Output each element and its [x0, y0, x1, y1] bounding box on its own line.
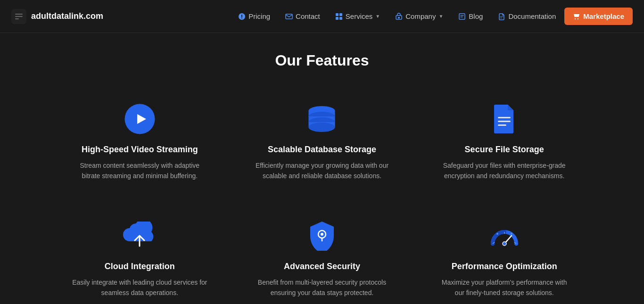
- feature-desc-file-storage: Safeguard your files with enterprise-gra…: [437, 160, 572, 181]
- features-grid: High-Speed Video Streaming Stream conten…: [63, 93, 581, 304]
- feature-card-file-storage: Secure File Storage Safeguard your files…: [427, 93, 581, 191]
- feature-card-database-storage: Scalable Database Storage Efficiently ma…: [245, 93, 399, 191]
- svg-point-35: [511, 233, 512, 235]
- site-name: adultdatalink.com: [31, 11, 103, 21]
- nav-item-services[interactable]: Services ▼: [329, 8, 387, 24]
- feature-desc-database-storage: Efficiently manage your growing data wit…: [255, 160, 390, 181]
- svg-rect-24: [498, 124, 506, 126]
- nav-links: Pricing Contact: [231, 8, 633, 25]
- performance-optimization-icon: [488, 219, 521, 252]
- svg-rect-5: [339, 13, 342, 16]
- documentation-label: Documentation: [508, 12, 556, 20]
- svg-point-34: [496, 233, 498, 235]
- video-streaming-icon: [123, 102, 156, 135]
- services-dropdown-arrow: ▼: [375, 14, 380, 19]
- marketplace-label: Marketplace: [583, 12, 624, 20]
- svg-point-27: [321, 233, 323, 236]
- svg-point-11: [575, 18, 576, 19]
- svg-rect-1: [15, 16, 23, 17]
- nav-link-blog[interactable]: Blog: [452, 8, 489, 24]
- svg-rect-10: [459, 14, 465, 19]
- feature-title-database-storage: Scalable Database Storage: [268, 145, 376, 155]
- contact-icon: [285, 13, 293, 20]
- services-icon: [335, 13, 343, 20]
- svg-point-12: [578, 18, 578, 19]
- svg-rect-6: [336, 17, 339, 20]
- feature-card-cloud-integration: Cloud Integration Easily integrate with …: [63, 210, 217, 304]
- svg-rect-22: [498, 117, 511, 118]
- nav-link-services[interactable]: Services ▼: [329, 8, 387, 24]
- blog-icon: [458, 13, 466, 20]
- nav-link-contact[interactable]: Contact: [279, 8, 327, 24]
- svg-point-21: [309, 123, 335, 132]
- feature-desc-advanced-security: Benefit from multi-layered security prot…: [255, 277, 390, 298]
- svg-rect-4: [336, 13, 339, 16]
- blog-label: Blog: [469, 12, 483, 20]
- pricing-icon: [238, 13, 246, 20]
- feature-desc-cloud-integration: Easily integrate with leading cloud serv…: [72, 277, 207, 298]
- contact-label: Contact: [296, 12, 320, 20]
- feature-title-advanced-security: Advanced Security: [284, 262, 360, 271]
- nav-link-company[interactable]: Company ▼: [388, 8, 450, 24]
- svg-rect-2: [15, 18, 19, 19]
- nav-item-contact[interactable]: Contact: [279, 8, 327, 24]
- site-logo[interactable]: adultdatalink.com: [11, 9, 103, 24]
- main-content: Our Features High-Speed Video Streaming …: [0, 33, 644, 304]
- feature-title-performance-optimization: Performance Optimization: [452, 262, 557, 271]
- navbar: adultdatalink.com Pricing: [0, 0, 644, 33]
- services-label: Services: [346, 12, 373, 20]
- feature-desc-video-streaming: Stream content seamlessly with adaptive …: [72, 160, 207, 181]
- svg-rect-9: [398, 17, 400, 18]
- svg-rect-7: [339, 17, 342, 20]
- feature-card-video-streaming: High-Speed Video Streaming Stream conten…: [63, 93, 217, 191]
- company-label: Company: [405, 12, 436, 20]
- nav-item-pricing[interactable]: Pricing: [231, 8, 277, 24]
- feature-card-performance-optimization: Performance Optimization Maximize your p…: [427, 210, 581, 304]
- company-dropdown-arrow: ▼: [438, 14, 443, 19]
- pricing-label: Pricing: [248, 12, 270, 20]
- file-storage-icon: [488, 102, 521, 135]
- database-storage-icon: [305, 102, 339, 135]
- svg-point-33: [503, 242, 506, 246]
- nav-item-documentation[interactable]: Documentation: [491, 8, 562, 24]
- svg-rect-3: [286, 14, 292, 19]
- svg-rect-0: [15, 14, 23, 15]
- documentation-icon: [498, 13, 505, 20]
- nav-item-marketplace[interactable]: Marketplace: [564, 8, 633, 25]
- nav-item-company[interactable]: Company ▼: [388, 8, 450, 24]
- page-title: Our Features: [28, 52, 616, 69]
- feature-title-video-streaming: High-Speed Video Streaming: [82, 145, 198, 155]
- feature-title-cloud-integration: Cloud Integration: [105, 262, 175, 271]
- nav-link-documentation[interactable]: Documentation: [491, 8, 562, 24]
- cloud-integration-icon: [123, 219, 156, 252]
- logo-icon: [11, 9, 26, 24]
- company-icon: [395, 13, 403, 20]
- marketplace-icon: [573, 13, 580, 20]
- nav-link-marketplace[interactable]: Marketplace: [564, 8, 633, 25]
- svg-rect-23: [498, 121, 511, 122]
- nav-item-blog[interactable]: Blog: [452, 8, 489, 24]
- nav-link-pricing[interactable]: Pricing: [231, 8, 277, 24]
- feature-title-file-storage: Secure File Storage: [465, 145, 544, 155]
- advanced-security-icon: [305, 219, 339, 252]
- feature-card-advanced-security: Advanced Security Benefit from multi-lay…: [245, 210, 399, 304]
- feature-desc-performance-optimization: Maximize your platform's performance wit…: [437, 277, 572, 298]
